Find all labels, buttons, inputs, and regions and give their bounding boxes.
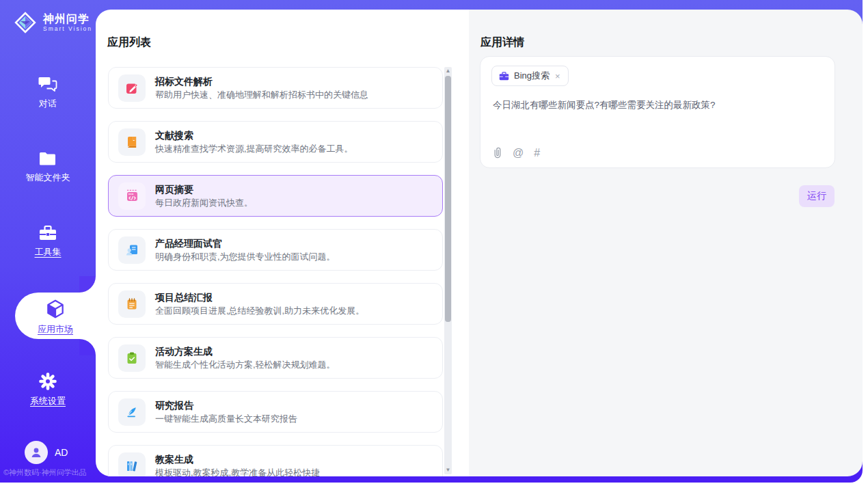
sidebar: 神州问学 Smart Vision 对话 智能文件夹 [0,0,96,483]
app-card-title: 活动方案生成 [155,347,336,357]
app-card-title: 项目总结汇报 [155,293,364,303]
scrollbar[interactable]: ▲ ▼ [444,67,452,474]
app-card-title: 产品经理面试官 [155,239,336,249]
scrollbar-up-arrow[interactable]: ▲ [444,67,452,75]
app-card-desc: 智能生成个性化活动方案,轻松解决规划难题。 [155,360,336,370]
gear-icon [38,371,58,392]
paperclip-icon[interactable] [493,147,502,159]
chat-icon [38,75,58,94]
app-card-bid-parse[interactable]: 招标文件解析 帮助用户快速、准确地理解和解析招标书中的关键信息 [108,67,443,109]
app-list-title: 应用列表 [107,36,151,50]
person-icon [29,446,43,459]
app-icon-box [118,128,146,156]
books-icon [125,459,139,473]
sidebar-item-smart-folder[interactable]: 智能文件夹 [0,150,96,184]
book-icon [125,135,139,149]
briefcase-icon [499,72,509,81]
sidebar-item-label: 智能文件夹 [26,172,70,182]
app-icon-box [118,236,146,264]
browser-code-icon [125,189,139,203]
sidebar-item-chat[interactable]: 对话 [0,75,96,110]
sidebar-item-label: 系统设置 [30,396,66,406]
app-icon-box [118,290,146,318]
run-button[interactable]: 运行 [799,185,835,207]
app-card-title: 文献搜索 [155,131,353,141]
sidebar-item-label: 工具集 [35,247,62,257]
bubble-notch-bottom [79,339,96,355]
tag-close-icon[interactable]: × [554,71,561,81]
app-icon-box [118,74,146,102]
app-card-list: 招标文件解析 帮助用户快速、准确地理解和解析招标书中的关键信息 文献搜索 快速精… [108,67,443,476]
app-icon-box [118,344,146,372]
toolbox-icon [38,224,58,243]
sidebar-item-toolset[interactable]: 工具集 [0,224,96,258]
sidebar-item-label: 应用市场 [15,323,96,336]
scrollbar-thumb[interactable] [445,76,451,322]
copyright-footer: ©神州数码·神州问学出品 [0,467,96,478]
app-card-title: 教案生成 [155,455,320,465]
attach-toolbar: @ # [493,147,540,159]
bubble-notch-top [79,276,96,293]
cube-icon [44,298,66,320]
prompt-input[interactable]: 今日湖北有哪些新闻要点?有哪些需要关注的最新政策? [493,99,822,111]
app-card-project-summary[interactable]: 项目总结汇报 全面回顾项目进展,总结经验教训,助力未来优化发展。 [108,283,443,325]
app-card-lesson-plan[interactable]: 教案生成 模板驱动,教案秒成,教学准备从此轻松快捷 [108,445,443,476]
tool-tag-bing-search[interactable]: Bing搜索 × [491,66,569,86]
app-card-desc: 模板驱动,教案秒成,教学准备从此轻松快捷 [155,468,320,477]
app-card-title: 研究报告 [155,401,297,411]
brand-name: 神州问学 [43,13,92,25]
folder-icon [38,150,58,168]
sidebar-item-label: 对话 [39,98,57,109]
user-initials: AD [55,447,68,458]
interviewer-icon [125,243,139,257]
app-card-desc: 全面回顾项目进展,总结经验教训,助力未来优化发展。 [155,306,364,316]
scrollbar-down-arrow[interactable]: ▼ [444,466,452,474]
pen-square-icon [125,81,139,95]
app-list-panel: 应用列表 招标文件解析 帮助用户快速、准确地理解和解析招标书中的关键信息 [96,10,469,476]
app-card-event-plan[interactable]: 活动方案生成 智能生成个性化活动方案,轻松解决规划难题。 [108,337,443,379]
app-card-desc: 快速精准查找学术资源,提高研究效率的必备工具。 [155,144,353,154]
topic-icon[interactable]: # [534,148,540,159]
user-account[interactable]: AD [25,441,68,464]
clipboard-check-icon [125,351,139,365]
app-card-web-summary[interactable]: 网页摘要 每日政府新闻资讯快查。 [108,175,443,217]
app-card-desc: 明确身份和职责,为您提供专业性的面试问题。 [155,252,336,262]
diamond-logo-icon [13,10,38,35]
tool-tag-label: Bing搜索 [514,70,550,82]
quill-report-icon [125,405,139,419]
app-icon-box [118,182,146,210]
app-card-desc: 每日政府新闻资讯快查。 [155,198,253,208]
app-card-literature-search[interactable]: 文献搜索 快速精准查找学术资源,提高研究效率的必备工具。 [108,121,443,163]
app-icon-box [118,452,146,477]
app-window: 神州问学 Smart Vision 对话 智能文件夹 [0,0,868,488]
app-card-title: 网页摘要 [155,185,253,195]
prompt-card: Bing搜索 × 今日湖北有哪些新闻要点?有哪些需要关注的最新政策? @ # [480,56,835,168]
app-icon-box [118,398,146,426]
sidebar-item-app-market[interactable]: 应用市场 [15,293,96,339]
app-card-desc: 一键智能生成高质量长文本研究报告 [155,414,297,424]
app-detail-title: 应用详情 [480,36,524,50]
app-card-title: 招标文件解析 [155,77,368,87]
avatar [25,441,48,464]
app-detail-panel: 应用详情 Bing搜索 × 今日湖北有哪些新闻要点?有哪些需要关注的最新政策? … [469,10,863,476]
brand-logo: 神州问学 Smart Vision [13,10,92,35]
app-card-pm-interviewer[interactable]: 产品经理面试官 明确身份和职责,为您提供专业性的面试问题。 [108,229,443,271]
app-card-desc: 帮助用户快速、准确地理解和解析招标书中的关键信息 [155,90,368,100]
brand-subtitle: Smart Vision [43,25,92,33]
mention-icon[interactable]: @ [513,148,524,159]
app-card-research-report[interactable]: 研究报告 一键智能生成高质量长文本研究报告 [108,391,443,433]
notepad-icon [125,297,139,311]
sidebar-item-settings[interactable]: 系统设置 [0,371,96,407]
